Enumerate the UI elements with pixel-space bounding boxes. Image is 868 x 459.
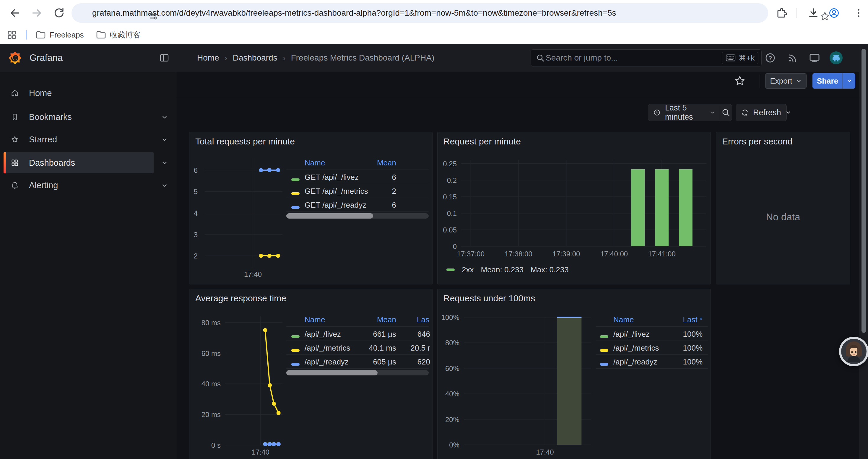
x-tick-label: 17:39:00 (553, 250, 580, 258)
url-bar[interactable]: grafana.mathmast.com/d/deytv4rwavabkb/fr… (71, 3, 768, 23)
series-swatch (446, 268, 455, 271)
scrollbar-thumb[interactable] (862, 49, 866, 333)
y-tick-label: 0 (453, 242, 457, 251)
bar (679, 169, 692, 246)
y-tick-label: 40% (445, 390, 459, 398)
search-box[interactable]: ⌘+k (531, 49, 762, 66)
reload-icon[interactable] (53, 6, 66, 20)
legend-row[interactable]: /api/_/readyz100% (596, 355, 710, 369)
assistant-avatar[interactable] (838, 336, 868, 367)
share-dropdown-button[interactable] (843, 73, 855, 89)
extensions-icon[interactable] (774, 6, 787, 20)
y-tick-label: 0.2 (447, 176, 457, 184)
favorite-star-icon[interactable] (733, 74, 746, 88)
area-band (557, 317, 582, 445)
legend-column-header[interactable]: Mean (286, 315, 396, 324)
data-point (263, 328, 267, 332)
y-tick-label: 2 (194, 252, 198, 260)
sidebar-item-home[interactable]: Home (4, 83, 154, 104)
legend-row[interactable]: /api/_/livez661 µs646 (286, 327, 432, 341)
refresh-interval-button[interactable] (785, 104, 791, 121)
legend-table: NameMeanLas/api/_/livez661 µs646/api/_/m… (286, 314, 432, 378)
tune-icon[interactable] (148, 11, 159, 22)
legend-column-header[interactable]: Mean (286, 158, 396, 167)
legend-inline[interactable]: 2xx Mean: 0.233 Max: 0.233 (446, 265, 569, 274)
bookmark-label: Freeleaps (50, 30, 84, 40)
legend-row[interactable]: GET /api/_/readyz6 (286, 198, 432, 212)
star-icon (11, 135, 19, 143)
legend-scrollbar-thumb[interactable] (286, 370, 378, 375)
y-tick-label: 4 (194, 209, 198, 217)
download-icon[interactable] (807, 6, 820, 20)
y-tick-label: 80% (445, 339, 459, 347)
y-tick-label: 0 s (211, 441, 221, 449)
y-tick-label: 0.15 (443, 193, 457, 201)
grafana-logo[interactable] (8, 51, 22, 65)
sidebar-item-alerting[interactable]: Alerting (4, 174, 154, 196)
panel-title[interactable]: Errors per second (722, 136, 793, 146)
legend-row[interactable]: /api/_/metrics40.1 ms20.5 r (286, 340, 432, 355)
legend-row[interactable]: GET /api/_/metrics2 (286, 184, 432, 198)
legend-row[interactable]: /api/_/readyz605 µs620 (286, 355, 432, 369)
share-button[interactable]: Share (812, 73, 843, 89)
time-range-picker[interactable]: Last 5 minutes (648, 104, 720, 121)
forward-icon[interactable] (30, 6, 43, 20)
breadcrumb-separator: › (224, 53, 227, 63)
sidebar-toggle-icon[interactable] (159, 53, 169, 63)
home-icon (11, 89, 19, 97)
no-data-message: No data (716, 211, 850, 223)
search-input[interactable] (545, 53, 722, 63)
sidebar-item-bookmarks[interactable]: Bookmarks (4, 106, 154, 128)
chevron-down-icon[interactable] (161, 136, 168, 143)
search-shortcut: ⌘+k (722, 52, 758, 64)
chevron-down-icon[interactable] (161, 160, 168, 166)
bookmarks-bar: Freeleaps 收藏博客 (0, 26, 868, 44)
org-avatar[interactable] (830, 52, 843, 64)
legend-scrollbar-track[interactable] (286, 213, 429, 219)
chevron-down-icon[interactable] (161, 114, 168, 121)
panel-total-requests-per-minute: Total requests per minute 6543217:40 Nam… (189, 132, 433, 285)
profile-icon[interactable] (828, 6, 840, 20)
data-point (277, 442, 281, 446)
series-value: 100% (596, 330, 703, 339)
export-button[interactable]: Export (765, 73, 807, 89)
legend-row[interactable]: GET /api/_/livez6 (286, 170, 432, 184)
actions-row-divider (177, 98, 868, 98)
data-point (259, 168, 263, 172)
y-tick-label: 60 ms (202, 350, 221, 357)
refresh-button[interactable]: Refresh (736, 104, 785, 121)
y-tick-label: 0.1 (447, 209, 457, 218)
legend-scrollbar-track[interactable] (286, 370, 429, 375)
kiosk-monitor-icon[interactable] (808, 52, 821, 64)
time-range-group: Last 5 minutes (648, 104, 732, 121)
back-icon[interactable] (8, 6, 21, 20)
sidebar-item-label: Starred (29, 135, 57, 144)
breadcrumb-dashboards[interactable]: Dashboards (233, 53, 277, 63)
refresh-group: Refresh (736, 104, 787, 121)
data-point (272, 402, 276, 406)
bookmark-folder-freeleaps[interactable]: Freeleaps (31, 28, 88, 41)
chevron-down-icon (785, 109, 791, 116)
sidebar-item-dashboards[interactable]: Dashboards (4, 152, 154, 173)
legend-scrollbar-thumb[interactable] (286, 213, 373, 219)
zoom-out-button[interactable] (720, 104, 732, 121)
legend-row[interactable]: /api/_/livez100% (596, 327, 710, 341)
news-rss-icon[interactable] (786, 52, 799, 64)
series-value: 100% (596, 357, 703, 366)
help-icon[interactable]: ? (764, 52, 777, 64)
legend-column-header[interactable]: Last * (596, 315, 703, 324)
y-tick-label: 60% (445, 364, 459, 372)
chevron-down-icon (796, 78, 802, 84)
grafana-header: Grafana Home › Dashboards › Freeleaps Me… (0, 44, 868, 72)
apps-grid-icon[interactable] (6, 30, 17, 40)
legend-column-header[interactable]: Las (417, 315, 429, 324)
data-point (267, 168, 272, 172)
sidebar-item-starred[interactable]: Starred (4, 129, 154, 150)
breadcrumb-home[interactable]: Home (197, 53, 219, 63)
sidebar-item-label: Home (29, 88, 52, 98)
url-text[interactable]: grafana.mathmast.com/d/deytv4rwavabkb/fr… (92, 8, 616, 18)
legend-row[interactable]: /api/_/metrics100% (596, 340, 710, 355)
chevron-down-icon[interactable] (161, 182, 168, 189)
bookmark-folder-blogs[interactable]: 收藏博客 (92, 28, 145, 41)
menu-kebab-icon[interactable] (852, 6, 865, 20)
